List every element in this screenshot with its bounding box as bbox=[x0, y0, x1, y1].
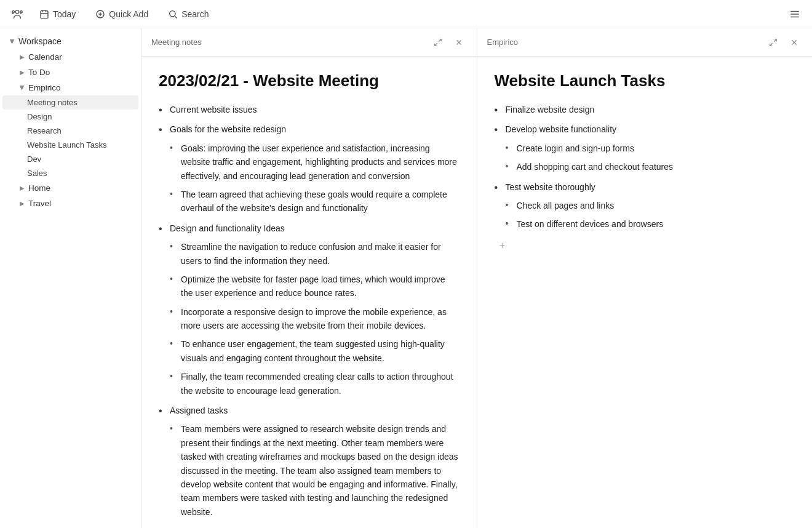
svg-rect-3 bbox=[41, 10, 48, 18]
list-item: Create login and sign-up forms bbox=[506, 142, 795, 155]
right-panel-content: Website Launch Tasks Finalize website de… bbox=[477, 57, 813, 528]
topbar: Today Quick Add Search bbox=[0, 0, 812, 28]
list-item: Team members were assigned to research w… bbox=[170, 422, 460, 519]
chevron-icon: ▶ bbox=[20, 54, 25, 60]
today-button[interactable]: Today bbox=[32, 6, 83, 23]
main-layout: ▶ Workspace ▶ Calendar ▶ To Do ▶ Empiric… bbox=[0, 28, 812, 528]
sidebar-item-home[interactable]: ▶ Home bbox=[2, 180, 138, 196]
left-panel-content: 2023/02/21 - Website Meeting Current web… bbox=[141, 57, 477, 528]
list-item-text: Goals for the website redesign bbox=[170, 122, 460, 136]
chevron-icon: ▶ bbox=[20, 200, 25, 207]
list-item: Incorporate a responsive design to impro… bbox=[170, 305, 460, 333]
svg-line-16 bbox=[434, 43, 437, 46]
list-item-text: Current website issues bbox=[170, 103, 460, 116]
list-item-text: Streamline the navigation to reduce conf… bbox=[181, 240, 460, 268]
list-item: Streamline the navigation to reduce conf… bbox=[170, 240, 460, 268]
list-item-text: Assigned tasks bbox=[170, 404, 460, 417]
list-item-text: The team agreed that achieving these goa… bbox=[181, 188, 460, 215]
svg-point-10 bbox=[170, 10, 175, 16]
quick-add-button[interactable]: Quick Add bbox=[88, 6, 156, 23]
doc-title: Website Launch Tasks bbox=[495, 71, 795, 90]
sidebar-item-workspace[interactable]: ▶ Workspace bbox=[2, 33, 138, 49]
doc-body: Finalize website design Develop website … bbox=[495, 103, 795, 231]
sidebar-item-calendar[interactable]: ▶ Calendar bbox=[2, 49, 138, 65]
sidebar-child-dev[interactable]: Dev bbox=[2, 152, 138, 166]
list-item: Current website issues bbox=[159, 103, 460, 116]
svg-line-11 bbox=[175, 16, 177, 18]
list-item: Check all pages and links bbox=[506, 199, 795, 212]
list-item-text: Test on different devices and browsers bbox=[517, 217, 795, 231]
list-item: Add shopping cart and checkout features bbox=[506, 160, 795, 174]
list-item-text: To enhance user engagement, the team sug… bbox=[181, 337, 460, 365]
list-item: Optimize the website for faster page loa… bbox=[170, 273, 460, 300]
close-button[interactable] bbox=[786, 34, 802, 50]
add-item-button[interactable]: + bbox=[495, 238, 511, 254]
list-item-text: Incorporate a responsive design to impro… bbox=[181, 305, 460, 333]
svg-point-2 bbox=[20, 10, 23, 13]
expand-button[interactable] bbox=[765, 34, 781, 50]
list-item: Assigned tasks Team members were assigne… bbox=[159, 404, 460, 519]
list-item-text: Create login and sign-up forms bbox=[517, 142, 795, 155]
sidebar-item-todo[interactable]: ▶ To Do bbox=[2, 65, 138, 80]
chevron-icon: ▶ bbox=[19, 86, 26, 90]
sidebar-child-research[interactable]: Research bbox=[2, 124, 138, 138]
chevron-icon: ▶ bbox=[9, 39, 16, 44]
right-panel: Empirico Website Launch Tasks Finalize w… bbox=[477, 28, 813, 528]
doc-title: 2023/02/21 - Website Meeting bbox=[159, 71, 460, 90]
list-item-text: Test website thoroughly bbox=[506, 180, 795, 194]
sidebar-child-meeting-notes[interactable]: Meeting notes bbox=[2, 95, 138, 110]
list-item: Goals for the website redesign Goals: im… bbox=[159, 122, 460, 215]
sidebar-child-sales[interactable]: Sales bbox=[2, 166, 138, 180]
list-item: Finally, the team recommended creating c… bbox=[170, 370, 460, 398]
empirico-children: Meeting notes Design Research Website La… bbox=[0, 95, 141, 180]
content-area: Meeting notes 2023/02/21 - Website Meeti… bbox=[141, 28, 812, 528]
sidebar-item-travel[interactable]: ▶ Travel bbox=[2, 196, 138, 211]
list-item: The team agreed that achieving these goa… bbox=[170, 188, 460, 215]
svg-line-20 bbox=[770, 43, 773, 46]
list-item-text: Team members were assigned to research w… bbox=[181, 422, 460, 519]
sidebar-child-website-launch-tasks[interactable]: Website Launch Tasks bbox=[2, 138, 138, 152]
app-logo[interactable] bbox=[7, 4, 27, 24]
list-item-text: Design and functionality Ideas bbox=[170, 222, 460, 235]
right-panel-header: Empirico bbox=[477, 28, 813, 57]
list-item-text: Finalize website design bbox=[506, 103, 795, 116]
list-item: Develop website functionality Create log… bbox=[495, 122, 795, 174]
left-panel-title: Meeting notes bbox=[151, 38, 430, 47]
svg-point-0 bbox=[15, 10, 19, 13]
menu-icon[interactable] bbox=[785, 4, 805, 24]
list-item: Finalize website design bbox=[495, 103, 795, 116]
list-item-text: Goals: improving the user experience and… bbox=[181, 142, 460, 183]
chevron-icon: ▶ bbox=[20, 69, 25, 76]
doc-body: Current website issues Goals for the web… bbox=[159, 103, 460, 519]
right-panel-title: Empirico bbox=[487, 38, 766, 47]
list-item: Design and functionality Ideas Streamlin… bbox=[159, 222, 460, 398]
list-item-text: Check all pages and links bbox=[517, 199, 795, 212]
chevron-icon: ▶ bbox=[20, 185, 25, 191]
expand-button[interactable] bbox=[430, 34, 446, 50]
right-panel-actions bbox=[765, 34, 802, 50]
sidebar-child-design[interactable]: Design bbox=[2, 110, 138, 124]
left-panel-header: Meeting notes bbox=[141, 28, 477, 57]
list-item: Test on different devices and browsers bbox=[506, 217, 795, 231]
list-item-text: Finally, the team recommended creating c… bbox=[181, 370, 460, 398]
list-item: Test website thoroughly Check all pages … bbox=[495, 180, 795, 231]
list-item-text: Develop website functionality bbox=[506, 122, 795, 136]
svg-line-15 bbox=[439, 39, 441, 41]
list-item: Goals: improving the user experience and… bbox=[170, 142, 460, 183]
close-button[interactable] bbox=[451, 34, 467, 50]
list-item: To enhance user engagement, the team sug… bbox=[170, 337, 460, 365]
left-panel-actions bbox=[430, 34, 467, 50]
sidebar: ▶ Workspace ▶ Calendar ▶ To Do ▶ Empiric… bbox=[0, 28, 141, 528]
sidebar-item-empirico[interactable]: ▶ Empirico bbox=[2, 80, 138, 95]
list-item-text: Optimize the website for faster page loa… bbox=[181, 273, 460, 300]
svg-point-1 bbox=[12, 10, 15, 13]
svg-line-19 bbox=[774, 39, 776, 41]
search-button[interactable]: Search bbox=[161, 6, 216, 23]
list-item-text: Add shopping cart and checkout features bbox=[517, 160, 795, 174]
left-panel: Meeting notes 2023/02/21 - Website Meeti… bbox=[141, 28, 477, 528]
